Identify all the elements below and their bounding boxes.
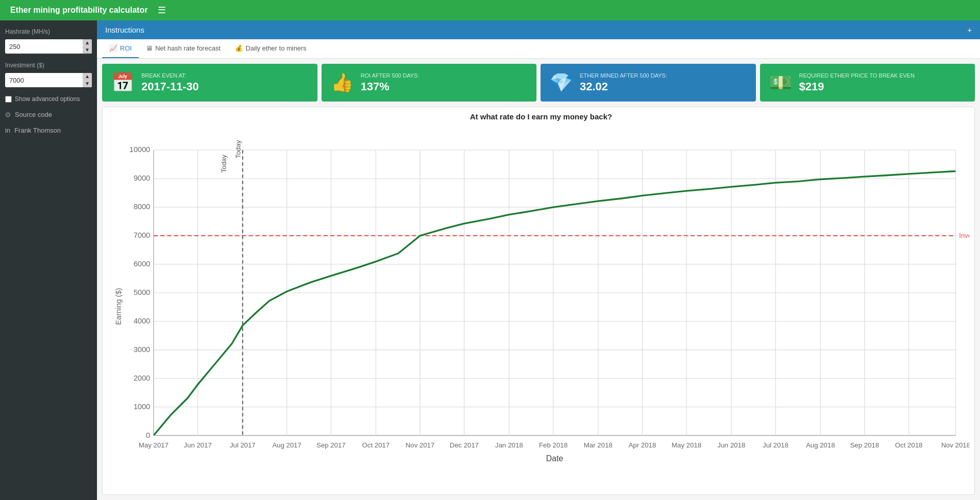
svg-text:Mar 2018: Mar 2018	[584, 442, 612, 449]
chart-title: At what rate do I earn my money back?	[470, 112, 612, 121]
investment-label: Investment ($)	[5, 62, 92, 69]
instructions-bar: Instructions +	[97, 20, 980, 39]
tab-daily[interactable]: 💰 Daily ether to miners	[228, 39, 313, 58]
roi-content: ROI AFTER 500 DAYS: 137%	[361, 72, 420, 93]
investment-input[interactable]	[5, 74, 83, 87]
required-price-content: REQUIRED ETHER PRICE TO BREAK EVEN $219	[799, 72, 915, 93]
svg-text:2000: 2000	[134, 374, 151, 382]
required-price-value: $219	[799, 80, 915, 93]
svg-text:May 2017: May 2017	[139, 442, 168, 449]
roi-value: 137%	[361, 80, 420, 93]
svg-text:5000: 5000	[134, 288, 151, 296]
svg-text:0: 0	[146, 431, 150, 439]
tab-roi[interactable]: 📈 ROI	[102, 39, 139, 58]
svg-text:10000: 10000	[130, 145, 151, 154]
topbar: Ether mining profitability calculator ☰	[0, 0, 980, 20]
source-code-label: Source code	[15, 111, 52, 118]
ether-mined-value: 32.02	[580, 80, 667, 93]
hashrate-down-button[interactable]: ▼	[83, 46, 92, 54]
svg-text:May 2018: May 2018	[672, 442, 701, 449]
required-price-label: REQUIRED ETHER PRICE TO BREAK EVEN	[799, 72, 915, 79]
hashrate-input-wrap: ▲ ▼	[5, 39, 92, 54]
content-area: Instructions + 📈 ROI 🖥 Net hash rate for…	[97, 20, 980, 500]
investment-section: Investment ($) ▲ ▼	[5, 62, 92, 87]
daily-tab-label: Daily ether to miners	[246, 44, 306, 52]
svg-text:Investment: Investment	[959, 232, 969, 239]
svg-text:9000: 9000	[134, 174, 151, 182]
advanced-options-toggle[interactable]: Show advanced options	[5, 95, 92, 103]
hashrate-label: Hashrate (MH/s)	[5, 28, 92, 35]
svg-text:Oct 2018: Oct 2018	[895, 442, 922, 449]
svg-text:3000: 3000	[134, 345, 151, 354]
required-price-card: 💵 REQUIRED ETHER PRICE TO BREAK EVEN $21…	[760, 64, 975, 102]
svg-text:Oct 2017: Oct 2017	[362, 442, 389, 449]
breakeven-card: 📅 BREAK EVEN AT: 2017-11-30	[102, 64, 317, 102]
investment-spinner: ▲ ▼	[83, 73, 92, 87]
ether-mined-card: 💎 ETHER MINED AFTER 500 DAYS: 32.02	[541, 64, 756, 102]
advanced-options-label: Show advanced options	[15, 95, 80, 103]
breakeven-value: 2017-11-30	[141, 80, 199, 93]
svg-text:Jun 2017: Jun 2017	[184, 442, 212, 449]
svg-text:Aug 2017: Aug 2017	[272, 442, 301, 449]
advanced-options-checkbox[interactable]	[5, 96, 12, 103]
svg-text:4000: 4000	[134, 317, 151, 325]
svg-text:1000: 1000	[134, 403, 151, 411]
svg-text:Nov 2018: Nov 2018	[941, 442, 969, 449]
calendar-icon: 📅	[111, 72, 134, 93]
money-icon: 💵	[769, 72, 792, 93]
linkedin-icon: in	[5, 127, 10, 134]
svg-text:Today: Today	[234, 140, 242, 158]
investment-down-button[interactable]: ▼	[83, 80, 92, 87]
chart-area: At what rate do I earn my money back? Ea…	[102, 107, 975, 495]
svg-text:Date: Date	[546, 454, 564, 463]
svg-text:Sep 2017: Sep 2017	[316, 442, 346, 449]
hashrate-spinner: ▲ ▼	[83, 39, 92, 54]
svg-text:Jul 2017: Jul 2017	[230, 442, 255, 449]
author-label: Frank Thomson	[14, 127, 61, 134]
diamond-icon: 💎	[550, 72, 573, 93]
hashrate-up-button[interactable]: ▲	[83, 39, 92, 46]
breakeven-content: BREAK EVEN AT: 2017-11-30	[141, 72, 199, 93]
svg-text:Apr 2018: Apr 2018	[628, 442, 656, 449]
nethash-tab-label: Net hash rate forecast	[155, 44, 220, 52]
daily-tab-icon: 💰	[235, 44, 243, 52]
stat-cards: 📅 BREAK EVEN AT: 2017-11-30 👍 ROI AFTER …	[97, 59, 980, 107]
menu-icon[interactable]: ☰	[158, 5, 166, 16]
thumbsup-icon: 👍	[331, 72, 354, 93]
svg-text:Nov 2017: Nov 2017	[405, 442, 434, 449]
svg-text:Today: Today	[220, 155, 228, 173]
chart-svg: Earning ($)	[113, 123, 969, 489]
roi-card: 👍 ROI AFTER 500 DAYS: 137%	[322, 64, 537, 102]
source-code-link[interactable]: ⊙ Source code	[5, 111, 92, 118]
nethash-tab-icon: 🖥	[146, 44, 153, 52]
chart-container: Earning ($)	[113, 123, 969, 489]
svg-text:Aug 2018: Aug 2018	[806, 442, 835, 449]
sidebar: Hashrate (MH/s) ▲ ▼ Investment ($) ▲ ▼	[0, 20, 97, 500]
roi-tab-icon: 📈	[109, 44, 117, 52]
investment-up-button[interactable]: ▲	[83, 73, 92, 80]
instructions-expand-icon[interactable]: +	[967, 26, 972, 34]
svg-text:Dec 2017: Dec 2017	[450, 442, 479, 449]
ether-mined-content: ETHER MINED AFTER 500 DAYS: 32.02	[580, 72, 667, 93]
svg-text:Jul 2018: Jul 2018	[763, 442, 788, 449]
hashrate-section: Hashrate (MH/s) ▲ ▼	[5, 28, 92, 54]
svg-text:Sep 2018: Sep 2018	[850, 442, 879, 449]
svg-text:8000: 8000	[134, 203, 151, 211]
ether-mined-label: ETHER MINED AFTER 500 DAYS:	[580, 72, 667, 79]
svg-text:7000: 7000	[134, 231, 151, 239]
svg-text:Earning ($): Earning ($)	[114, 288, 122, 324]
breakeven-label: BREAK EVEN AT:	[141, 72, 199, 79]
author-link[interactable]: in Frank Thomson	[5, 127, 92, 134]
app-title: Ether mining profitability calculator	[10, 6, 148, 15]
hashrate-input[interactable]	[5, 40, 83, 53]
tab-nethash[interactable]: 🖥 Net hash rate forecast	[139, 39, 228, 58]
svg-text:Jan 2018: Jan 2018	[495, 442, 523, 449]
investment-input-wrap: ▲ ▼	[5, 73, 92, 87]
svg-text:6000: 6000	[134, 260, 151, 268]
tabs-bar: 📈 ROI 🖥 Net hash rate forecast 💰 Daily e…	[97, 39, 980, 59]
svg-text:Feb 2018: Feb 2018	[539, 442, 568, 449]
instructions-label: Instructions	[105, 26, 144, 34]
roi-tab-label: ROI	[120, 44, 132, 52]
source-code-icon: ⊙	[5, 111, 11, 118]
svg-text:Jun 2018: Jun 2018	[718, 442, 746, 449]
